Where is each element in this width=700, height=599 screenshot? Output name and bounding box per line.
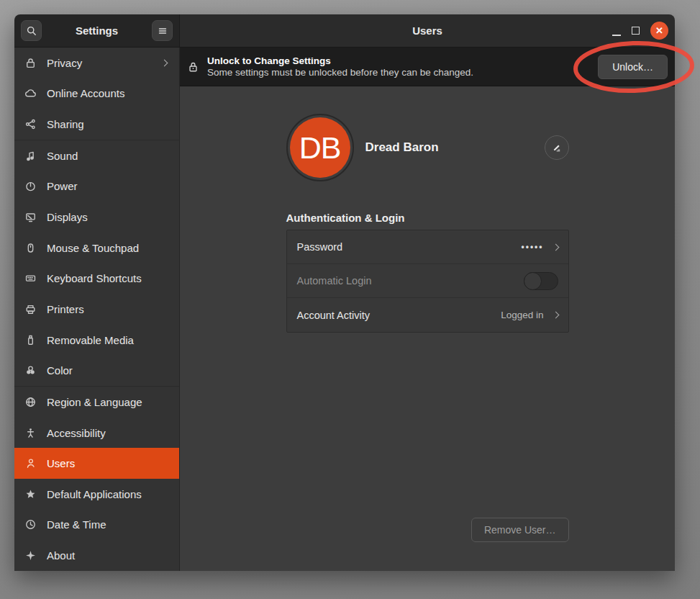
users-main: DB Dread Baron Authentication & Login Pa… xyxy=(180,86,675,571)
star-icon xyxy=(24,488,37,500)
avatar[interactable]: DB xyxy=(286,114,354,181)
sidebar-headerbar: Settings xyxy=(14,14,180,48)
password-row[interactable]: Password ••••• xyxy=(287,230,568,264)
app-title: Settings xyxy=(76,24,118,37)
auth-settings-list: Password ••••• Automatic Login Acc xyxy=(286,230,569,333)
lock-icon xyxy=(24,57,37,69)
sidebar-item-default-applications[interactable]: Default Applications xyxy=(14,479,179,510)
sidebar-item-users[interactable]: Users xyxy=(14,448,179,479)
chevron-right-icon xyxy=(552,243,559,251)
auth-section-header: Authentication & Login xyxy=(286,212,569,224)
sidebar-item-mouse-touchpad[interactable]: Mouse & Touchpad xyxy=(14,233,179,264)
edit-name-button[interactable] xyxy=(545,135,569,160)
sidebar-item-accessibility[interactable]: Accessibility xyxy=(14,418,179,449)
automatic-login-toggle[interactable] xyxy=(524,272,558,290)
hamburger-menu-icon xyxy=(157,25,168,37)
sidebar-item-sound[interactable]: Sound xyxy=(14,140,179,171)
cloud-icon xyxy=(24,87,37,99)
remove-user-button[interactable]: Remove User… xyxy=(471,518,569,542)
unlock-banner-text: Unlock to Change Settings Some settings … xyxy=(207,55,473,78)
maximize-button[interactable] xyxy=(632,27,640,35)
password-masked-value: ••••• xyxy=(521,242,543,252)
user-full-name: Dread Baron xyxy=(365,140,439,155)
unlock-banner-title: Unlock to Change Settings xyxy=(207,55,473,66)
sidebar-item-color[interactable]: Color xyxy=(14,355,179,386)
sidebar-item-power[interactable]: Power xyxy=(14,171,179,202)
account-activity-value: Logged in xyxy=(501,310,543,320)
accessibility-icon xyxy=(24,427,37,439)
content-headerbar: Users ✕ xyxy=(180,14,675,48)
account-activity-row[interactable]: Account Activity Logged in xyxy=(287,298,568,332)
sidebar-item-removable-media[interactable]: Removable Media xyxy=(14,325,179,356)
bottom-actions: Remove User… xyxy=(286,518,569,542)
unlock-banner: Unlock to Change Settings Some settings … xyxy=(180,48,675,86)
automatic-login-row: Automatic Login xyxy=(287,264,568,298)
power-icon xyxy=(24,180,37,192)
unlock-button[interactable]: Unlock… xyxy=(598,55,668,79)
clock-icon xyxy=(24,518,37,531)
menu-button[interactable] xyxy=(152,20,173,41)
music-note-icon xyxy=(24,150,37,162)
globe-icon xyxy=(24,396,37,408)
pencil-icon xyxy=(551,143,562,153)
unlock-banner-subtitle: Some settings must be unlocked before th… xyxy=(207,67,473,78)
lock-icon xyxy=(187,60,199,73)
sidebar-item-date-time[interactable]: Date & Time xyxy=(14,510,179,541)
user-profile-row: DB Dread Baron xyxy=(286,114,569,181)
toggle-knob xyxy=(524,272,542,290)
keyboard-icon xyxy=(24,272,37,284)
sidebar: Privacy Online Accounts Sharing Sound xyxy=(14,48,180,571)
sidebar-item-keyboard-shortcuts[interactable]: Keyboard Shortcuts xyxy=(14,263,179,294)
sidebar-item-online-accounts[interactable]: Online Accounts xyxy=(14,78,179,109)
sidebar-item-displays[interactable]: Displays xyxy=(14,202,179,233)
sidebar-item-printers[interactable]: Printers xyxy=(14,294,179,325)
settings-window: Settings Users ✕ Privacy xyxy=(14,14,675,571)
users-panel: Unlock to Change Settings Some settings … xyxy=(180,48,675,571)
panel-title: Users xyxy=(180,24,675,37)
close-icon: ✕ xyxy=(655,26,663,35)
search-button[interactable] xyxy=(21,20,42,41)
sidebar-item-privacy[interactable]: Privacy xyxy=(14,48,179,78)
search-icon xyxy=(26,25,37,37)
chevron-right-icon xyxy=(552,312,559,319)
sidebar-item-region-language[interactable]: Region & Language xyxy=(14,387,179,418)
mouse-icon xyxy=(24,242,37,254)
close-button[interactable]: ✕ xyxy=(650,22,668,40)
color-circles-icon xyxy=(24,364,37,377)
sidebar-item-sharing[interactable]: Sharing xyxy=(14,109,179,140)
printer-icon xyxy=(24,303,37,315)
usb-icon xyxy=(24,334,37,346)
sidebar-item-about[interactable]: About xyxy=(14,540,179,571)
avatar-initials: DB xyxy=(290,117,350,178)
minimize-button[interactable] xyxy=(612,35,621,36)
display-icon xyxy=(24,211,37,223)
chevron-right-icon xyxy=(161,59,168,66)
sparkle-icon xyxy=(24,549,37,562)
user-icon xyxy=(24,457,37,469)
share-icon xyxy=(24,118,37,130)
